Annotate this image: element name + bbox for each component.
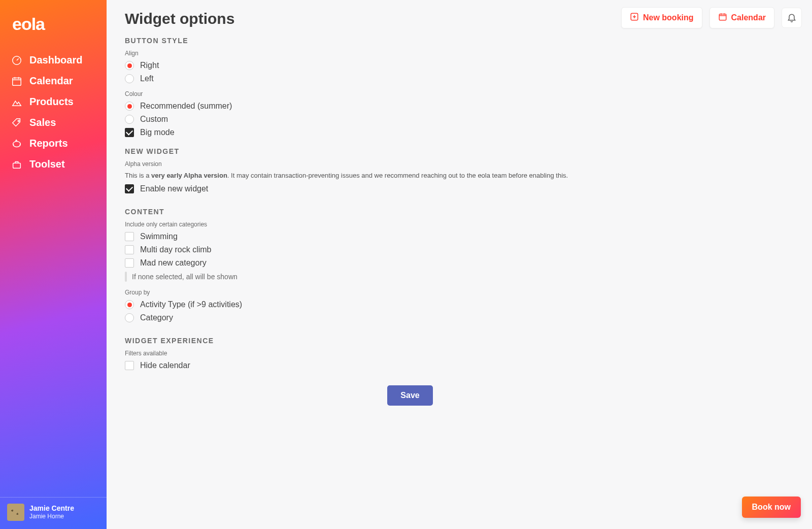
option-label: Recommended (summer): [140, 102, 232, 111]
svg-rect-1: [13, 78, 21, 85]
new-booking-button[interactable]: New booking: [621, 7, 702, 28]
sidebar-nav: Dashboard Calendar Products Sales Report…: [0, 54, 107, 170]
option-label: Enable new widget: [140, 184, 208, 193]
categories-hint: If none selected, all will be shown: [125, 272, 695, 282]
option-label: Right: [140, 61, 159, 70]
option-label: Mad new category: [140, 258, 207, 268]
big-mode-checkbox[interactable]: Big mode: [125, 126, 695, 139]
category-checkbox-multi-day-rock-climb[interactable]: Multi day rock climb: [125, 243, 695, 256]
section-widget-experience: WIDGET EXPERIENCE: [125, 337, 695, 345]
toolbox-icon: [11, 159, 22, 170]
checkbox-icon: [125, 232, 134, 241]
filters-available-label: Filters available: [125, 350, 695, 357]
content: Widget options BUTTON STYLE Align Right …: [107, 0, 716, 456]
profile-name: Jamie Centre: [29, 504, 74, 513]
sidebar-item-label: Reports: [29, 138, 68, 149]
svg-point-3: [13, 141, 21, 147]
book-now-button[interactable]: Book now: [742, 497, 801, 518]
notifications-button[interactable]: [782, 8, 802, 28]
radio-icon: [125, 115, 134, 124]
new-booking-label: New booking: [643, 13, 694, 22]
option-label: Hide calendar: [140, 361, 190, 370]
checkbox-icon: [125, 258, 134, 268]
option-label: Activity Type (if >9 activities): [140, 300, 242, 309]
colour-option-recommended[interactable]: Recommended (summer): [125, 100, 695, 113]
checkbox-icon: [125, 245, 134, 254]
checkbox-icon: [125, 184, 134, 193]
section-content: CONTENT: [125, 208, 695, 216]
colour-option-custom[interactable]: Custom: [125, 113, 695, 126]
sidebar-item-reports[interactable]: Reports: [11, 138, 95, 149]
sidebar-profile[interactable]: Jamie Centre Jamie Horne: [0, 497, 107, 529]
mountain-icon: [11, 96, 22, 108]
sidebar: eola Dashboard Calendar Products Sales: [0, 0, 107, 529]
checkbox-icon: [125, 128, 134, 137]
option-label: Left: [140, 74, 154, 83]
radio-icon: [125, 74, 134, 83]
calendar-icon: [718, 12, 727, 23]
svg-rect-6: [719, 14, 726, 20]
checkbox-icon: [125, 361, 134, 370]
avatar: [7, 504, 24, 521]
profile-subtitle: Jamie Horne: [29, 513, 74, 520]
option-label: Big mode: [140, 128, 175, 137]
brand-logo: eola: [0, 0, 107, 54]
option-label: Category: [140, 313, 173, 322]
calendar-button[interactable]: Calendar: [709, 7, 774, 28]
piggy-icon: [11, 138, 22, 149]
gauge-icon: [11, 55, 22, 66]
option-label: Multi day rock climb: [140, 245, 211, 254]
sidebar-item-label: Sales: [29, 117, 56, 128]
radio-icon: [125, 300, 134, 309]
group-by-option-activity-type[interactable]: Activity Type (if >9 activities): [125, 298, 695, 311]
sidebar-item-sales[interactable]: Sales: [11, 117, 95, 128]
colour-label: Colour: [125, 90, 695, 97]
sidebar-item-dashboard[interactable]: Dashboard: [11, 54, 95, 66]
radio-icon: [125, 61, 134, 70]
alpha-note: This is a very early Alpha version. It m…: [125, 172, 695, 179]
group-by-option-category[interactable]: Category: [125, 311, 695, 324]
alpha-note-post: . It may contain transaction-preventing …: [227, 172, 568, 179]
radio-icon: [125, 313, 134, 322]
main: New booking Calendar Widget options BUTT…: [107, 0, 812, 529]
alpha-version-label: Alpha version: [125, 160, 695, 168]
radio-icon: [125, 102, 134, 111]
calendar-button-label: Calendar: [731, 13, 766, 22]
option-label: Custom: [140, 115, 168, 124]
sidebar-item-label: Products: [29, 96, 74, 108]
option-label: Swimming: [140, 232, 178, 241]
sidebar-item-calendar[interactable]: Calendar: [11, 75, 95, 87]
save-button[interactable]: Save: [387, 385, 432, 406]
alpha-note-pre: This is a: [125, 172, 151, 179]
sidebar-item-toolset[interactable]: Toolset: [11, 158, 95, 170]
hide-calendar-checkbox[interactable]: Hide calendar: [125, 359, 695, 372]
topbar: New booking Calendar: [621, 7, 802, 28]
profile-text: Jamie Centre Jamie Horne: [29, 504, 74, 520]
sidebar-item-label: Dashboard: [29, 54, 82, 66]
sidebar-item-products[interactable]: Products: [11, 96, 95, 108]
enable-new-widget-checkbox[interactable]: Enable new widget: [125, 182, 695, 195]
group-by-label: Group by: [125, 289, 695, 296]
align-option-left[interactable]: Left: [125, 72, 695, 85]
page-title: Widget options: [125, 10, 695, 27]
calendar-icon: [11, 76, 22, 87]
section-new-widget: NEW WIDGET: [125, 147, 695, 155]
section-button-style: BUTTON STYLE: [125, 37, 695, 45]
category-checkbox-mad-new-category[interactable]: Mad new category: [125, 256, 695, 270]
align-label: Align: [125, 50, 695, 57]
bell-icon: [787, 12, 797, 24]
sidebar-item-label: Toolset: [29, 158, 65, 170]
tag-icon: [11, 117, 22, 128]
include-categories-label: Include only certain categories: [125, 221, 695, 228]
align-option-right[interactable]: Right: [125, 59, 695, 72]
plus-square-icon: [630, 12, 639, 23]
category-checkbox-swimming[interactable]: Swimming: [125, 230, 695, 243]
sidebar-item-label: Calendar: [29, 75, 73, 87]
svg-point-2: [18, 120, 19, 121]
alpha-note-bold: very early Alpha version: [151, 172, 227, 179]
svg-rect-4: [13, 163, 21, 168]
